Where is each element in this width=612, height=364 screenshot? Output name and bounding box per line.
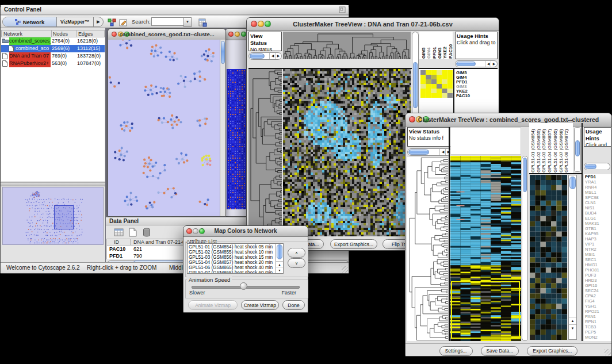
gene-label[interactable]: RNR4 <box>584 185 611 190</box>
tab-overflow-arrow[interactable]: ▶ <box>94 17 103 26</box>
dialog-titlebar[interactable]: Map Colors to Network <box>183 226 308 237</box>
gene-label[interactable]: MAK31 <box>584 221 611 226</box>
column-label[interactable]: GPL51-07 (GSM868) <box>559 123 564 173</box>
gene-label[interactable]: KAP95 <box>584 231 611 236</box>
gene-label[interactable]: NTR2 <box>584 247 611 252</box>
attribute-list-item[interactable]: GPL51-06 (GSM865) heat shock 40 min <box>189 265 282 270</box>
zoom-button[interactable] <box>241 32 246 37</box>
column-labels-vscrollbar[interactable] <box>574 127 581 172</box>
gene-label[interactable]: MON2 <box>584 335 611 340</box>
gene-label[interactable]: PFD1 <box>584 174 611 179</box>
annotation-icon[interactable] <box>118 18 129 28</box>
move-down-button[interactable]: ∨ <box>288 258 305 268</box>
search-dropdown-button[interactable]: ▼ <box>183 17 192 27</box>
select-attributes-icon[interactable] <box>114 228 124 239</box>
gene-label[interactable]: PEP5 <box>584 329 611 335</box>
global-heatmap[interactable] <box>283 69 411 236</box>
treeview1-hints-hscrollbar[interactable]: ◀▶ <box>455 60 498 67</box>
treeview1-status-hscrollbar[interactable]: ◀▶ <box>248 52 282 60</box>
column-dendrogram[interactable] <box>283 32 411 59</box>
gene-label[interactable]: HRD3 <box>584 278 611 283</box>
gene-label[interactable]: CPA2 <box>584 293 611 298</box>
panel-splitter[interactable] <box>1 182 105 186</box>
gene-label[interactable]: FIG4 <box>584 298 611 304</box>
table-import-icon[interactable] <box>197 18 208 28</box>
resize-grip[interactable] <box>605 349 611 355</box>
gene-label[interactable]: ELG1 <box>584 216 611 221</box>
gene-label[interactable]: HAP3 <box>584 236 611 242</box>
heatmap-selection-rect[interactable] <box>451 281 520 339</box>
attribute-list[interactable]: GPL51-01 (GSM854) heat shock 05 minGPL51… <box>187 243 284 274</box>
gene-label[interactable]: CLN1 <box>584 200 611 205</box>
delete-attribute-icon[interactable] <box>143 228 151 239</box>
network-overview-panel[interactable] <box>2 187 104 245</box>
treeview1-titlebar[interactable]: ClusterMaker TreeView : DNA and Tran 07-… <box>247 18 499 31</box>
treeview-button[interactable]: Export Graphics... <box>527 346 577 356</box>
column-label[interactable]: GPL51-08 (GSM872) <box>564 123 569 173</box>
done-button[interactable]: Done <box>282 300 305 310</box>
column-label[interactable]: PAC10 <box>448 32 454 59</box>
gene-label[interactable]: VIP1 <box>584 242 611 247</box>
gene-label[interactable]: YRA1 <box>584 179 611 185</box>
float-panel-icon[interactable] <box>339 6 346 16</box>
treeview-button[interactable]: Settings... <box>439 346 473 356</box>
network-table-row[interactable]: combined_scores_2764(0)16218(0) <box>1 37 105 45</box>
zoom-heatmap[interactable] <box>420 70 453 98</box>
treeview2-heatmap-vscrollbar[interactable] <box>522 156 528 341</box>
network-canvas[interactable] <box>108 40 220 216</box>
tab-network[interactable]: Network <box>3 17 57 26</box>
treeview2-status-hscrollbar[interactable]: ◀▶ <box>407 148 452 156</box>
scroll-up-arrow[interactable]: ▲ <box>569 317 576 324</box>
attribute-list-item[interactable]: GPL51-02 (GSM855) heat shock 10 min <box>189 250 282 255</box>
gene-label[interactable]: SPC98 <box>584 195 611 200</box>
minimize-button[interactable] <box>235 32 240 37</box>
gene-label[interactable]: YSH1 <box>584 304 611 309</box>
animation-speed-slider-thumb[interactable] <box>240 282 247 290</box>
treeview-button[interactable]: Export Graphics... <box>330 239 377 249</box>
overview-viewport-rect[interactable] <box>54 205 74 229</box>
gene-label[interactable]: PUF3 <box>584 273 611 278</box>
zoom-heatmap[interactable] <box>530 175 567 340</box>
column-label[interactable]: GPL51-01 (GSM854) <box>530 123 536 173</box>
gene-label[interactable]: PAN1 <box>584 314 611 319</box>
vizmapper-icon[interactable] <box>106 18 117 28</box>
network-table-row[interactable]: DNA and Tran 07769(0)183728(0) <box>1 52 105 60</box>
treeview2-titlebar[interactable]: ClusterMaker TreeView : combined_scores_… <box>406 113 611 127</box>
move-up-button[interactable]: ∧ <box>288 248 305 258</box>
gene-label[interactable]: BUD4 <box>584 210 611 216</box>
attribute-list-item[interactable]: GPL51-04 (GSM857) heat shock 20 min <box>189 260 282 265</box>
close-button[interactable] <box>228 32 234 37</box>
gene-label[interactable]: HMG1 <box>584 262 611 267</box>
gene-label[interactable]: GTB1 <box>584 226 611 231</box>
attribute-list-item[interactable]: GPL51-03 (GSM856) heat shock 15 min <box>189 255 282 260</box>
create-vizmap-button[interactable]: Create Vizmap <box>241 300 279 310</box>
new-attribute-icon[interactable] <box>129 228 137 239</box>
row-dendrogram[interactable] <box>248 69 282 236</box>
search-input[interactable] <box>151 17 185 26</box>
network-vertical-scrollbar[interactable] <box>220 40 225 216</box>
network-window-2-titlebar[interactable] <box>225 29 248 40</box>
gene-label[interactable]: NIS1 <box>584 205 611 210</box>
gene-label[interactable]: MSI1 <box>584 252 611 257</box>
network-window-1-titlebar[interactable]: combined_scores_good.txt--cluste... <box>108 29 225 40</box>
row-dendrogram[interactable] <box>407 157 448 341</box>
zoom-panel-vscrollbar[interactable]: ▲ ▼ <box>568 175 577 340</box>
network-table-row[interactable]: RNAPuberNov2+563(0)107847(0) <box>1 60 105 67</box>
gene-label[interactable]: RPO21 <box>584 309 611 314</box>
gene-label[interactable]: SEC1 <box>584 257 611 262</box>
gene-label[interactable]: SEC24 <box>584 288 611 293</box>
attribute-list-item[interactable]: GPL51-07 (GSM868) heat shock 60 min <box>189 270 282 274</box>
attribute-list-item[interactable]: GPL51-01 (GSM854) heat shock 05 min <box>189 244 282 250</box>
column-label[interactable]: GPL51-04 (GSM857) <box>547 123 553 173</box>
tab-vizmapper[interactable]: VizMapper™ <box>57 17 94 26</box>
column-label[interactable]: GPL51-03 (GSM856) <box>541 123 547 173</box>
network-table-row[interactable]: combined_sco2569(6)13112(15) <box>1 45 105 52</box>
column-label[interactable]: YKE2 <box>442 32 448 59</box>
dense-network-canvas[interactable] <box>227 69 247 209</box>
scroll-down-arrow[interactable]: ▼ <box>569 324 576 332</box>
gene-label[interactable]: GPI16 <box>584 283 611 288</box>
gene-label[interactable]: TCB3 <box>584 324 611 329</box>
column-label[interactable]: GPL51-06 (GSM865) <box>553 123 559 173</box>
treeview-button[interactable]: Save Data... <box>481 346 519 356</box>
treeview2-hints-hscrollbar[interactable] <box>584 163 610 170</box>
